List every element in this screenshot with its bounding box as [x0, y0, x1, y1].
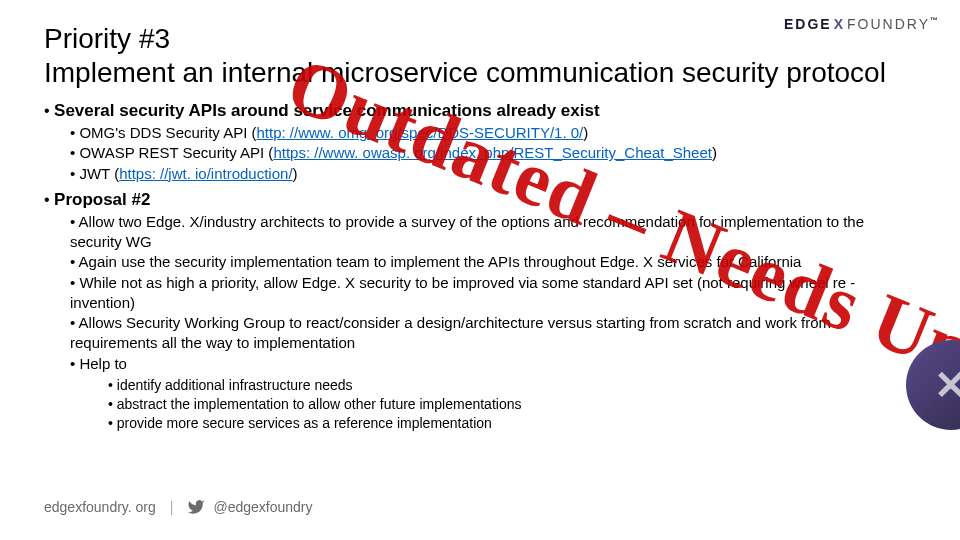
brand-x: X [832, 16, 847, 32]
brand-logo: EDGEXFOUNDRY™ [784, 16, 940, 32]
footer-divider: | [164, 499, 180, 515]
list-item: JWT (https: //jwt. io/introduction/) [70, 164, 916, 184]
text: OMG's DDS Security API ( [79, 124, 256, 141]
twitter-icon [187, 498, 205, 516]
text: ) [293, 165, 298, 182]
link-owasp-rest[interactable]: https: //www. owasp. org/index. php/REST… [273, 144, 712, 161]
list-item: abstract the implementation to allow oth… [108, 395, 916, 414]
list-item: Help to identify additional infrastructu… [70, 354, 916, 433]
list-item: Allows Security Working Group to react/c… [70, 313, 916, 354]
text: JWT ( [79, 165, 119, 182]
text: ) [712, 144, 717, 161]
brand-foundry: FOUNDRY [847, 16, 930, 32]
footer-handle: @edgexfoundry [213, 499, 312, 515]
footer: edgexfoundry. org | @edgexfoundry [44, 498, 313, 516]
bullet-head: Several security APIs around service com… [54, 101, 600, 120]
brand-edge: EDGE [784, 16, 832, 32]
bullet-proposal: Proposal #2 Allow two Edge. X/industry a… [44, 190, 916, 433]
page-title: Priority #3 Implement an internal micros… [44, 22, 914, 89]
title-line-2: Implement an internal microservice commu… [44, 57, 886, 88]
list-item: Again use the security implementation te… [70, 252, 916, 272]
link-jwt[interactable]: https: //jwt. io/introduction/ [119, 165, 292, 182]
text: ) [583, 124, 588, 141]
text: Help to [79, 355, 127, 372]
text: OWASP REST Security API ( [79, 144, 273, 161]
list-item: provide more secure services as a refere… [108, 414, 916, 433]
list-item: OMG's DDS Security API (http: //www. omg… [70, 123, 916, 143]
list-item: While not as high a priority, allow Edge… [70, 273, 916, 314]
bullet-list: Several security APIs around service com… [44, 101, 916, 432]
bullet-existing-apis: Several security APIs around service com… [44, 101, 916, 184]
link-omg-dds[interactable]: http: //www. omg. org/spec/DDS-SECURITY/… [257, 124, 584, 141]
list-item: Allow two Edge. X/industry architects to… [70, 212, 916, 253]
footer-site: edgexfoundry. org [44, 499, 156, 515]
list-item: identify additional infrastructure needs [108, 376, 916, 395]
bullet-head: Proposal #2 [54, 190, 150, 209]
brand-tm: ™ [930, 16, 940, 25]
slide: EDGEXFOUNDRY™ Priority #3 Implement an i… [0, 0, 960, 540]
title-line-1: Priority #3 [44, 23, 170, 54]
list-item: OWASP REST Security API (https: //www. o… [70, 143, 916, 163]
